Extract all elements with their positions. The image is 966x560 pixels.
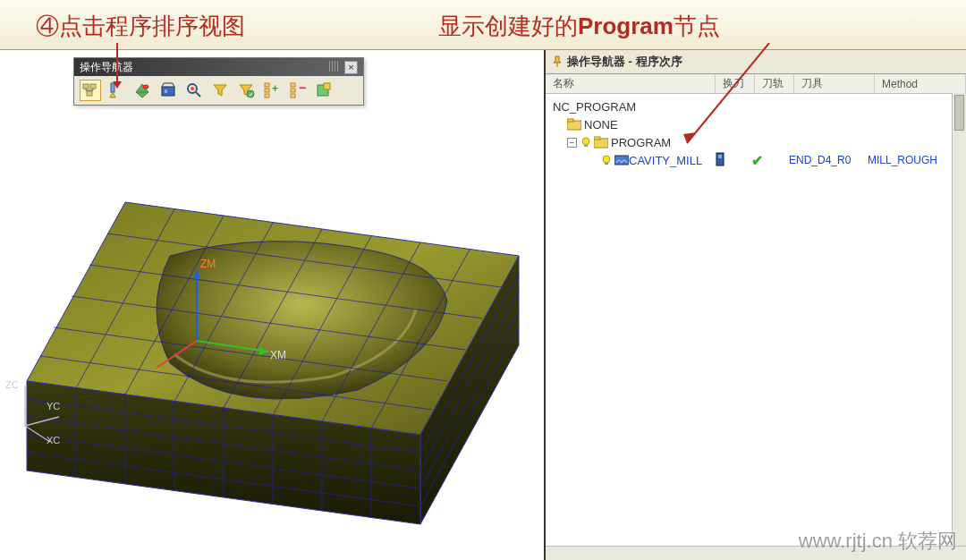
tree-nc-program[interactable]: NC_PROGRAM <box>546 98 966 115</box>
cell-tool-change <box>714 152 751 169</box>
col-tool[interactable]: 刀具 <box>794 74 875 93</box>
filter-icon[interactable] <box>209 80 231 101</box>
svg-text:✓: ✓ <box>249 91 254 98</box>
svg-rect-72 <box>594 137 600 140</box>
tree-program[interactable]: − PROGRAM <box>546 133 966 151</box>
cad-model: ZM XM <box>18 166 528 542</box>
svg-text:ZC: ZC <box>5 379 19 390</box>
geometry-view-icon[interactable] <box>131 80 153 101</box>
pin-icon[interactable] <box>551 55 564 68</box>
arrow-to-toolbar-icon <box>116 43 118 83</box>
folder-icon <box>594 136 608 148</box>
close-icon[interactable]: × <box>344 61 358 74</box>
annotation-right: 显示创建好的Program节点 <box>438 11 720 42</box>
col-tool-change[interactable]: 换刀 <box>716 74 755 93</box>
cell-toolpath-check: ✔ <box>751 152 789 169</box>
expand-all-icon[interactable]: + <box>261 80 283 101</box>
svg-rect-62 <box>291 89 295 92</box>
col-name[interactable]: 名称 <box>546 74 716 93</box>
col-toolpath[interactable]: 刀轨 <box>755 74 794 93</box>
annotation-left: ④点击程序排序视图 <box>36 11 245 42</box>
operation-icon <box>614 154 629 166</box>
svg-text:XC: XC <box>47 435 60 444</box>
export-icon[interactable] <box>313 80 335 101</box>
filter-settings-icon[interactable]: ✓ <box>235 80 257 101</box>
viewport-pane[interactable]: ZM XM ZC YC XC 操作导航器 <box>0 50 546 560</box>
bulb-icon <box>601 155 612 165</box>
vertical-scrollbar[interactable] <box>952 93 966 546</box>
svg-rect-44 <box>90 84 96 89</box>
svg-rect-77 <box>718 155 722 158</box>
find-icon[interactable] <box>183 80 205 101</box>
svg-rect-59 <box>265 94 269 98</box>
svg-rect-57 <box>265 83 269 87</box>
folder-icon <box>567 118 581 131</box>
svg-rect-51 <box>165 89 167 93</box>
navigator-columns[interactable]: 名称 换刀 刀轨 刀具 Method <box>546 74 966 94</box>
watermark: www.rjtj.cn 软荐网 <box>799 528 957 555</box>
svg-line-38 <box>25 417 59 426</box>
navigator-tree[interactable]: NC_PROGRAM NONE − PROGRAM CAVITY_MILL <box>546 94 966 560</box>
svg-rect-58 <box>265 89 269 92</box>
axis-zm-label: ZM <box>200 258 216 270</box>
svg-text:YC: YC <box>47 401 60 412</box>
collapse-icon[interactable]: − <box>567 138 577 148</box>
viewport-3d[interactable]: ZM XM ZC YC XC <box>0 50 544 560</box>
svg-point-73 <box>603 156 610 163</box>
tool-change-icon <box>714 152 726 166</box>
main-content: ZM XM ZC YC XC 操作导航器 <box>0 49 966 560</box>
svg-line-53 <box>196 92 200 97</box>
svg-text:−: − <box>299 81 306 95</box>
svg-rect-50 <box>162 87 174 96</box>
collapse-all-icon[interactable]: − <box>287 80 309 101</box>
program-order-view-icon[interactable] <box>80 80 101 101</box>
svg-rect-61 <box>291 83 295 87</box>
tree-none[interactable]: NONE <box>546 115 966 133</box>
machining-method-view-icon[interactable] <box>157 80 179 101</box>
svg-point-54 <box>191 87 194 90</box>
operation-navigator-panel: 操作导航器 - 程序次序 名称 换刀 刀轨 刀具 Method NC_PROGR… <box>546 50 966 560</box>
axis-xm-label: XM <box>270 349 286 361</box>
cell-tool-name: END_D4_R0 <box>789 154 868 166</box>
operation-name: CAVITY_MILL <box>629 154 702 167</box>
toolbar-title-text: 操作导航器 <box>80 60 133 75</box>
svg-rect-70 <box>584 145 588 147</box>
svg-rect-68 <box>567 119 573 122</box>
svg-text:+: + <box>272 82 278 95</box>
svg-point-49 <box>143 85 148 89</box>
svg-rect-66 <box>324 83 330 89</box>
toolbar-grip-icon <box>329 61 338 72</box>
annotation-bar: ④点击程序排序视图 显示创建好的Program节点 <box>0 0 966 49</box>
scrollbar-thumb[interactable] <box>954 95 964 131</box>
col-method[interactable]: Method <box>875 74 966 93</box>
navigator-title: 操作导航器 - 程序次序 <box>546 50 966 74</box>
svg-point-69 <box>582 138 589 145</box>
svg-rect-45 <box>87 91 92 96</box>
tree-cavity-mill[interactable]: CAVITY_MILL ✔ END_D4_R0 MILL_ROUGH <box>546 151 966 169</box>
axis-triad: ZC YC XC <box>5 372 68 444</box>
svg-rect-74 <box>605 163 608 165</box>
svg-rect-63 <box>291 94 295 98</box>
svg-rect-43 <box>83 84 89 89</box>
bulb-icon <box>580 137 591 148</box>
